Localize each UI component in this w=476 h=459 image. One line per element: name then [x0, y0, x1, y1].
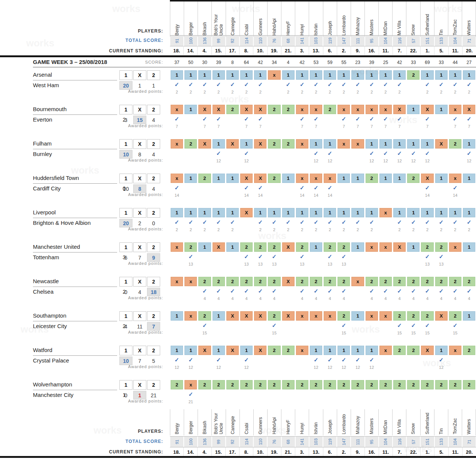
points-value: 2	[323, 227, 337, 233]
prediction-cell: 1	[338, 70, 350, 80]
prediction-cell: 1	[198, 242, 211, 252]
prediction-cell: 1	[379, 70, 392, 80]
check-icon: ✓	[239, 81, 253, 88]
prediction-cell: 2	[379, 380, 392, 389]
pick-option-cell: 2	[147, 277, 160, 287]
prediction-cell: 1	[171, 311, 183, 321]
standing-value: 3.	[295, 46, 309, 55]
check-icon: ✓	[212, 150, 226, 157]
predictions-row: 1111111x11111111121111	[170, 70, 476, 80]
player-name: Mr Villa	[397, 21, 402, 36]
check-icon	[406, 253, 420, 260]
prediction-cell: 2	[282, 139, 295, 149]
points-value: 12	[365, 158, 379, 164]
check-icon: ✓	[448, 322, 462, 329]
prediction-cell: 1	[421, 70, 433, 80]
points-value: 4	[295, 296, 309, 302]
pick-count-cell: 7	[133, 253, 146, 262]
pick-count-cell: 15	[133, 116, 146, 124]
points-value	[212, 192, 226, 198]
pick-count-cell: 1	[147, 81, 160, 90]
week-score-value: 42	[393, 58, 406, 67]
points-value: 13	[323, 261, 337, 267]
points-value	[420, 364, 434, 370]
check-icon: ✓	[226, 81, 239, 88]
check-icon: ✓	[337, 115, 351, 123]
prediction-cell: 1	[184, 70, 197, 80]
pick-counts-row: 1075	[119, 357, 161, 365]
total-score-cell: 76	[268, 36, 281, 46]
player-name-column: Csabi	[240, 409, 254, 435]
prediction-cell: x	[379, 242, 392, 252]
prediction-cell: 1	[171, 208, 183, 217]
points-value: 13	[420, 261, 434, 267]
check-icon: ✓	[198, 287, 211, 295]
prediction-cell: x	[449, 105, 461, 114]
check-icon: ✓	[337, 218, 351, 226]
check-icon: ✓	[309, 287, 323, 295]
points-value	[462, 399, 476, 405]
points-value: 4	[420, 296, 434, 302]
points-value	[184, 192, 198, 198]
total-score-cell: 104	[449, 437, 462, 447]
player-name-column: Lombardo	[337, 1, 351, 37]
away-team-name: Tottenham	[33, 254, 59, 260]
points-value: 13	[239, 261, 253, 267]
check-icon: ✓	[434, 81, 448, 88]
player-name-column: Bikash	[198, 409, 212, 435]
prediction-cell: 1	[310, 242, 322, 252]
points-value: 4	[406, 296, 420, 302]
prediction-cell: 1	[379, 174, 392, 183]
pick-option-cell: X	[133, 139, 146, 149]
check-icon	[184, 287, 198, 295]
points-value	[267, 364, 281, 370]
prediction-cell: 1	[226, 174, 239, 183]
points-value: 14	[170, 192, 184, 198]
prediction-cell: x	[310, 174, 322, 183]
prediction-cell: X	[282, 242, 295, 252]
player-name: Bikash	[202, 22, 207, 36]
check-icon: ✓	[393, 150, 406, 157]
check-icon	[267, 81, 281, 88]
total-score-cell: 110	[254, 437, 267, 447]
check-icon: ✓	[253, 218, 267, 226]
prediction-cell: 1	[268, 208, 280, 217]
points-value: 15	[198, 330, 211, 336]
match-block: Huddersfield Town0Cardiff City01X21084x1…	[0, 173, 476, 207]
prediction-cell: 1	[351, 346, 364, 355]
team-underline	[33, 80, 117, 80]
points-row: 777777777777777	[170, 123, 476, 129]
prediction-cell: 1	[351, 242, 364, 252]
check-icon	[281, 356, 295, 364]
player-name-column: Berger	[184, 409, 198, 435]
total-score-value: 76	[272, 39, 277, 43]
check-icon: ✓	[434, 253, 448, 260]
check-icon	[281, 287, 295, 295]
player-name-column: István	[309, 1, 323, 37]
check-icon	[239, 218, 253, 226]
points-value: 2	[170, 227, 184, 233]
pick-option-cell: 1	[119, 139, 132, 149]
points-value: 4	[212, 296, 226, 302]
check-icon	[295, 391, 309, 398]
points-value	[198, 364, 211, 370]
prediction-cell: 2	[198, 380, 211, 389]
prediction-cell: X	[463, 105, 475, 114]
points-value: 4	[365, 296, 379, 302]
total-score-value: 68	[286, 440, 290, 444]
total-score-value: 57	[411, 39, 416, 43]
prediction-cell: x	[449, 174, 461, 183]
check-icon	[393, 356, 406, 364]
prediction-cell: 1	[240, 70, 253, 80]
prediction-cell: 1	[296, 208, 308, 217]
prediction-cell: 2	[407, 346, 419, 355]
points-value	[351, 192, 364, 198]
points-value: 2	[434, 227, 448, 233]
player-name-column: István	[309, 409, 323, 435]
points-value: 12	[379, 158, 393, 164]
prediction-cell: 1	[338, 208, 350, 217]
pick-options-header: 1X2	[119, 277, 161, 287]
check-icon	[253, 391, 267, 398]
total-score-value: 91	[175, 39, 179, 43]
away-team-name: West Ham	[33, 82, 59, 88]
